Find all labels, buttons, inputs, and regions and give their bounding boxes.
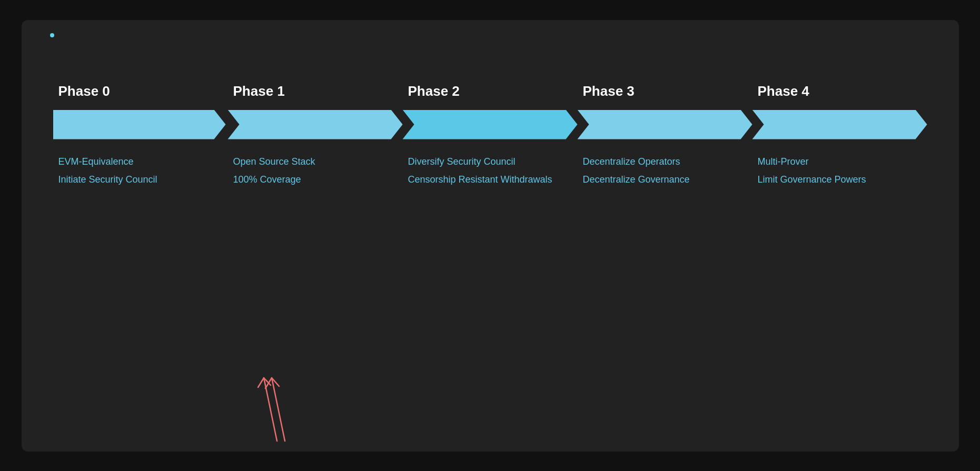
phase-items-2: Diversify Security CouncilCensorship Res…: [403, 155, 578, 186]
phase-item-4-0: Multi-Prover: [758, 155, 927, 168]
arrow-shape-3: [566, 110, 753, 139]
phase-item-3-1: Decentralize Governance: [583, 173, 753, 186]
svg-line-0: [272, 378, 285, 441]
phase-item-0-1: Initiate Security Council: [58, 173, 228, 186]
phase-items-0: EVM-EquivalenceInitiate Security Council: [53, 155, 228, 186]
arrow-segment-4: [753, 110, 927, 139]
phase-item-3-0: Decentralize Operators: [583, 155, 753, 168]
logo-dot: [50, 33, 54, 37]
phase-item-1-0: Open Source Stack: [233, 155, 403, 168]
arrow-shape-1: [216, 110, 403, 139]
svg-line-3: [272, 378, 279, 386]
phase-labels-row: Phase 0Phase 1Phase 2Phase 3Phase 4: [53, 83, 927, 99]
arrow-shape-4: [741, 110, 927, 139]
phase-items-1: Open Source Stack100% Coverage: [228, 155, 403, 186]
svg-line-5: [264, 378, 271, 385]
phase-items-4: Multi-ProverLimit Governance Powers: [753, 155, 927, 186]
svg-line-1: [264, 378, 277, 441]
outer-background: Phase 0Phase 1Phase 2Phase 3Phase 4 EVM-…: [0, 0, 980, 471]
phase-item-2-1: Censorship Resistant Withdrawals: [408, 173, 578, 186]
arrows-row: [53, 109, 927, 141]
arrow-segment-0: [53, 110, 228, 139]
annotation-arrow: [256, 336, 298, 452]
phase-item-2-0: Diversify Security Council: [408, 155, 578, 168]
phase-item-1-1: 100% Coverage: [233, 173, 403, 186]
arrow-segment-3: [578, 110, 753, 139]
phase-label-3: Phase 3: [578, 83, 753, 99]
phase-label-4: Phase 4: [753, 83, 927, 99]
phase-item-4-1: Limit Governance Powers: [758, 173, 927, 186]
phase-items-3: Decentralize OperatorsDecentralize Gover…: [578, 155, 753, 186]
svg-line-4: [258, 378, 264, 387]
phase-label-2: Phase 2: [403, 83, 578, 99]
phase-label-0: Phase 0: [53, 83, 228, 99]
svg-line-2: [265, 378, 272, 388]
phase-item-0-0: EVM-Equivalence: [58, 155, 228, 168]
phase-label-1: Phase 1: [228, 83, 403, 99]
arrow-shape-2: [391, 110, 578, 139]
phases-container: Phase 0Phase 1Phase 2Phase 3Phase 4 EVM-…: [53, 83, 927, 186]
arrow-shape-0: [53, 110, 226, 139]
arrow-segment-2: [403, 110, 578, 139]
items-row: EVM-EquivalenceInitiate Security Council…: [53, 155, 927, 186]
main-card: Phase 0Phase 1Phase 2Phase 3Phase 4 EVM-…: [22, 20, 959, 452]
arrow-segment-1: [228, 110, 403, 139]
